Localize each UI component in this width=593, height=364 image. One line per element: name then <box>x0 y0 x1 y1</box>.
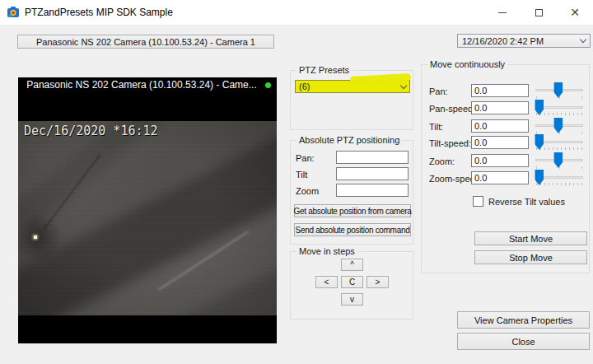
reverse-tilt-checkbox[interactable] <box>473 196 483 207</box>
abs-tilt-input[interactable] <box>336 167 409 180</box>
step-right-button[interactable]: > <box>367 276 389 288</box>
pan-slider[interactable] <box>535 82 583 99</box>
minimize-icon <box>498 12 507 13</box>
pan-label: Pan: <box>429 86 448 96</box>
slider-ticks <box>536 147 582 150</box>
maximize-button[interactable] <box>521 0 557 25</box>
stop-move-button[interactable]: Stop Move <box>474 250 587 264</box>
slider-ticks <box>536 183 582 185</box>
abs-zoom-input[interactable] <box>336 184 409 197</box>
move-continuously-title: Move continuously <box>427 59 507 69</box>
absolute-ptz-group: Absolute PTZ positioning Pan: Tilt Zoom … <box>290 140 413 245</box>
chevron-down-icon <box>400 82 407 88</box>
tilt-slider[interactable] <box>535 118 583 134</box>
app-icon <box>7 6 20 19</box>
close-button[interactable]: Close <box>457 333 590 350</box>
ptz-presets-group: PTZ Presets (6) <box>290 70 413 130</box>
tilt-speed-slider[interactable] <box>535 134 583 151</box>
abs-pan-label: Pan: <box>296 153 315 163</box>
camera-selector[interactable]: Panasonic NS 202 Camera (10.100.53.24) -… <box>17 35 274 49</box>
step-center-button[interactable]: C <box>341 276 363 288</box>
move-in-steps-group: Move in steps ^ < C > v <box>290 251 413 320</box>
tilt-speed-label: Tilt-speed: <box>429 138 471 148</box>
preset-selected-value: (6) <box>299 82 401 91</box>
close-icon: ✕ <box>570 7 580 18</box>
abs-pan-input[interactable] <box>336 151 409 164</box>
close-window-button[interactable]: ✕ <box>557 0 593 25</box>
pan-speed-input[interactable] <box>471 101 529 114</box>
slider-ticks <box>536 113 582 115</box>
pan-speed-slider[interactable] <box>535 100 583 116</box>
live-status-dot <box>265 82 271 88</box>
video-header-title: Panasonic NS 202 Camera (10.100.53.24) -… <box>26 79 268 91</box>
move-in-steps-title: Move in steps <box>296 246 357 256</box>
zoom-speed-input[interactable] <box>471 171 529 184</box>
start-move-button[interactable]: Start Move <box>474 231 587 245</box>
send-absolute-position-button[interactable]: Send absolute position command <box>294 223 411 236</box>
zoom-label: Zoom: <box>429 156 455 166</box>
get-absolute-position-button[interactable]: Get absolute position from camera <box>294 204 411 217</box>
ptz-presets-title: PTZ Presets <box>296 65 352 75</box>
window-controls: ✕ <box>484 0 593 25</box>
video-panel: Panasonic NS 202 Camera (10.100.53.24) -… <box>18 77 277 343</box>
zoom-slider[interactable] <box>535 152 583 169</box>
step-up-button[interactable]: ^ <box>341 259 363 271</box>
tilt-speed-input[interactable] <box>471 136 529 149</box>
pan-speed-label: Pan-speed: <box>429 104 475 114</box>
absolute-ptz-title: Absolute PTZ positioning <box>296 135 402 145</box>
step-down-button[interactable]: v <box>341 293 363 306</box>
video-header: Panasonic NS 202 Camera (10.100.53.24) -… <box>18 77 277 92</box>
tilt-label: Tilt: <box>429 122 443 132</box>
chevron-down-icon <box>580 36 586 43</box>
datetime-value: 12/16/2020 2:42 PM <box>462 36 581 46</box>
view-camera-properties-button[interactable]: View Camera Properties <box>457 311 590 329</box>
window-title: PTZandPresets MIP SDK Sample <box>25 7 173 18</box>
zoom-input[interactable] <box>471 154 529 167</box>
zoom-speed-slider[interactable] <box>535 170 583 186</box>
video-noise <box>18 121 277 315</box>
title-bar: PTZandPresets MIP SDK Sample ✕ <box>0 0 593 25</box>
abs-tilt-label: Tilt <box>296 170 307 180</box>
reverse-tilt-label: Reverse Tilt values <box>488 197 565 207</box>
video-timestamp-overlay: Dec/16/2020 *16:12 <box>24 124 158 138</box>
pan-input[interactable] <box>471 84 529 97</box>
camera-frame: Dec/16/2020 *16:12 <box>18 121 277 315</box>
step-left-button[interactable]: < <box>315 276 338 288</box>
move-continuously-group: Move continuously Pan: Pan-speed: Tilt: … <box>421 64 590 273</box>
app-window: PTZandPresets MIP SDK Sample ✕ Panasonic… <box>0 0 593 364</box>
datetime-picker[interactable]: 12/16/2020 2:42 PM <box>457 34 591 48</box>
maximize-icon <box>535 9 543 16</box>
minimize-button[interactable] <box>484 0 521 25</box>
abs-zoom-label: Zoom <box>296 186 319 196</box>
tilt-input[interactable] <box>471 119 529 133</box>
